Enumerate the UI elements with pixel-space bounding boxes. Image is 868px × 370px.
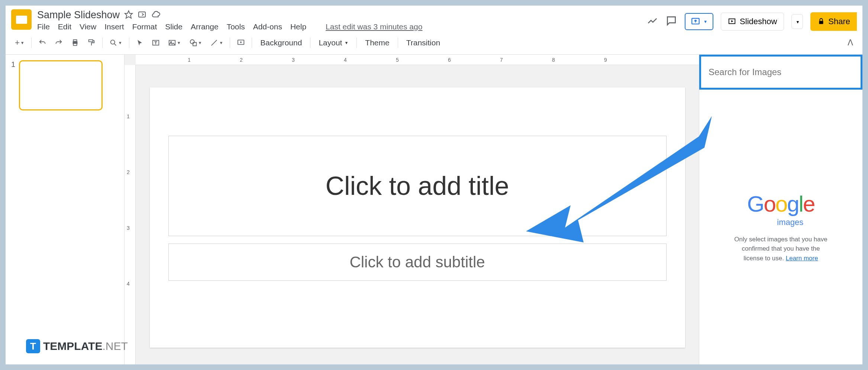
- menu-slide[interactable]: Slide: [165, 22, 183, 31]
- svg-rect-5: [819, 21, 823, 24]
- collapse-toolbar-icon[interactable]: ᐱ: [844, 35, 857, 51]
- new-slide-button[interactable]: + ▼: [11, 35, 28, 51]
- comment-button[interactable]: [233, 36, 249, 50]
- line-tool[interactable]: ▼: [206, 36, 227, 50]
- google-logo: Google: [747, 191, 815, 217]
- svg-rect-16: [193, 42, 196, 46]
- svg-marker-0: [125, 11, 132, 18]
- menu-help[interactable]: Help: [290, 22, 306, 31]
- subtitle-placeholder[interactable]: Click to add subtitle: [168, 244, 667, 281]
- watermark-badge-icon: T: [26, 339, 40, 353]
- slideshow-dropdown[interactable]: ▼: [791, 14, 803, 29]
- slide-thumbnail[interactable]: [19, 60, 103, 110]
- present-to-all-button[interactable]: ▼: [685, 13, 713, 30]
- slides-logo[interactable]: [11, 9, 32, 30]
- svg-point-15: [190, 40, 194, 44]
- last-edit-link[interactable]: Last edit was 3 minutes ago: [326, 22, 422, 31]
- svg-rect-1: [139, 12, 145, 17]
- title-placeholder[interactable]: Click to add title: [168, 136, 667, 236]
- svg-rect-8: [73, 44, 77, 46]
- watermark: T TEMPLATE.NET: [26, 339, 128, 353]
- transition-button[interactable]: Transition: [401, 35, 445, 50]
- thumb-number: 1: [11, 60, 15, 110]
- vertical-ruler: 1234: [125, 65, 136, 364]
- slideshow-label: Slideshow: [740, 17, 777, 26]
- undo-button[interactable]: [35, 36, 50, 50]
- menu-arrange[interactable]: Arrange: [191, 22, 219, 31]
- select-tool[interactable]: [132, 36, 147, 49]
- menu-insert[interactable]: Insert: [104, 22, 124, 31]
- image-tool[interactable]: ▼: [164, 36, 185, 50]
- svg-marker-4: [731, 20, 733, 22]
- menu-edit[interactable]: Edit: [58, 22, 71, 31]
- layout-button[interactable]: Layout▼: [313, 35, 354, 50]
- print-button[interactable]: [67, 36, 83, 50]
- svg-point-10: [110, 40, 114, 44]
- textbox-tool[interactable]: [148, 36, 164, 50]
- move-icon[interactable]: [138, 10, 146, 20]
- thumbnail-panel: 1: [6, 55, 125, 364]
- cloud-icon[interactable]: [151, 10, 161, 21]
- learn-more-link[interactable]: Learn more: [786, 255, 818, 262]
- slideshow-button[interactable]: Slideshow: [721, 13, 784, 30]
- menu-addons[interactable]: Add-ons: [253, 22, 282, 31]
- theme-button[interactable]: Theme: [360, 35, 394, 50]
- slide-canvas[interactable]: Click to add title Click to add subtitle: [150, 87, 685, 348]
- search-highlight-box: [699, 55, 862, 90]
- star-icon[interactable]: [124, 10, 133, 20]
- redo-button[interactable]: [51, 36, 67, 50]
- license-disclaimer: Only select images that you have confirm…: [734, 235, 827, 263]
- horizontal-ruler: 123456789: [136, 55, 699, 65]
- shape-tool[interactable]: ▼: [185, 36, 206, 50]
- menu-file[interactable]: File: [37, 22, 50, 31]
- svg-rect-9: [88, 40, 93, 42]
- explore-side-panel: Google images Only select images that yo…: [699, 55, 862, 364]
- menu-view[interactable]: View: [80, 22, 96, 31]
- share-label: Share: [828, 17, 850, 26]
- comments-icon[interactable]: [665, 15, 677, 28]
- svg-rect-7: [73, 40, 77, 42]
- paint-format-button[interactable]: [84, 36, 99, 50]
- google-images-label: images: [777, 218, 803, 227]
- zoom-button[interactable]: ▼: [106, 36, 126, 50]
- share-button[interactable]: Share: [810, 12, 857, 31]
- svg-marker-11: [138, 40, 142, 46]
- background-button[interactable]: Background: [255, 35, 307, 50]
- chevron-down-icon: ▼: [703, 19, 707, 24]
- doc-title[interactable]: Sample Slideshow: [37, 9, 120, 21]
- activity-icon[interactable]: [647, 15, 658, 28]
- svg-line-17: [212, 40, 217, 46]
- search-images-input[interactable]: [701, 57, 861, 88]
- toolbar: + ▼ ▼ ▼ ▼ ▼ Background Layout▼ Theme Tra…: [6, 31, 862, 55]
- menu-format[interactable]: Format: [132, 22, 157, 31]
- menu-tools[interactable]: Tools: [227, 22, 245, 31]
